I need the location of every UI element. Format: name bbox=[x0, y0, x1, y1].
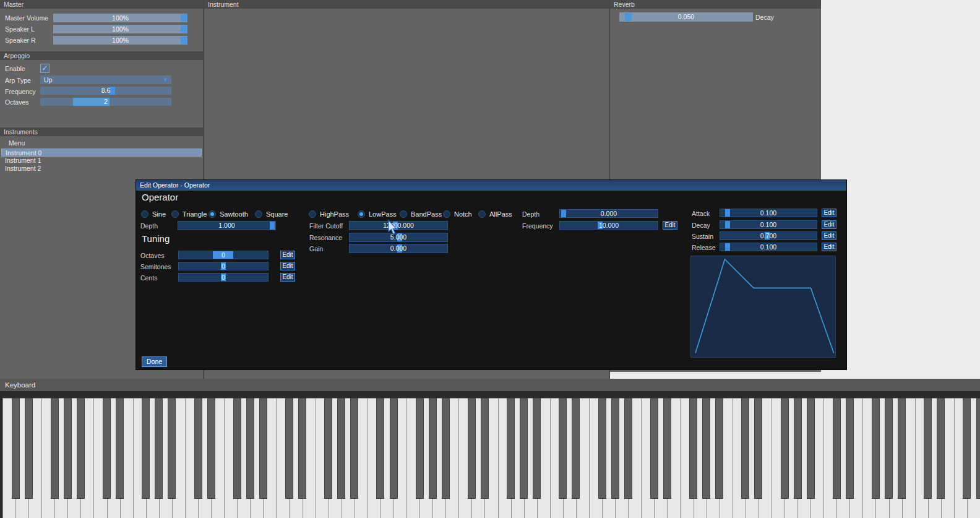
arp-octaves-slider[interactable]: 2 bbox=[40, 98, 171, 106]
black-key[interactable] bbox=[624, 398, 632, 499]
sustain-slider[interactable]: 0.700 bbox=[720, 231, 817, 240]
black-key[interactable] bbox=[194, 398, 202, 499]
sustain-edit-button[interactable]: Edit bbox=[822, 231, 836, 240]
black-key[interactable] bbox=[807, 398, 815, 499]
radio-waveform-sawtooth[interactable]: Sawtooth bbox=[208, 210, 248, 218]
instrument-list-item[interactable]: Instrument 1 bbox=[1, 157, 202, 165]
black-key[interactable] bbox=[429, 398, 437, 499]
black-key[interactable] bbox=[468, 398, 476, 499]
radio-filter-allpass[interactable]: AllPass bbox=[478, 210, 512, 218]
operator-depth-slider[interactable]: 1.000 bbox=[178, 221, 276, 230]
instrument-list-item[interactable]: Instrument 0 bbox=[1, 149, 202, 157]
black-key[interactable] bbox=[898, 398, 906, 499]
decay-edit-button[interactable]: Edit bbox=[822, 220, 836, 229]
black-key[interactable] bbox=[976, 398, 980, 499]
tuning-semitones-edit-button[interactable]: Edit bbox=[280, 262, 295, 270]
reverb-decay-slider[interactable]: 0.050 bbox=[619, 12, 753, 22]
attack-slider[interactable]: 0.100 bbox=[720, 209, 817, 217]
black-key[interactable] bbox=[207, 398, 215, 499]
black-key[interactable] bbox=[12, 398, 20, 499]
radio-waveform-triangle[interactable]: Triangle bbox=[171, 210, 207, 218]
black-key[interactable] bbox=[741, 398, 749, 499]
release-slider[interactable]: 0.100 bbox=[720, 243, 817, 251]
dialog-title-bar[interactable]: Edit Operator - Operator bbox=[136, 180, 846, 191]
black-key[interactable] bbox=[663, 398, 671, 499]
black-key[interactable] bbox=[833, 398, 841, 499]
radio-filter-lowpass[interactable]: LowPass bbox=[358, 210, 397, 218]
arp-frequency-slider[interactable]: 8.6 bbox=[40, 87, 171, 95]
attack-edit-button[interactable]: Edit bbox=[822, 209, 836, 217]
tuning-octaves-slider[interactable]: 0 bbox=[178, 251, 269, 259]
black-key[interactable] bbox=[559, 398, 567, 499]
lfo-frequency-edit-button[interactable]: Edit bbox=[663, 221, 677, 230]
radio-waveform-square[interactable]: Square bbox=[255, 210, 288, 218]
radio-filter-highpass[interactable]: HighPass bbox=[309, 210, 349, 218]
black-key[interactable] bbox=[103, 398, 111, 499]
gain-slider[interactable]: 0.000 bbox=[349, 244, 448, 253]
black-key[interactable] bbox=[572, 398, 580, 499]
black-key[interactable] bbox=[872, 398, 880, 499]
black-key[interactable] bbox=[520, 398, 528, 499]
radio-waveform-sine[interactable]: Sine bbox=[141, 210, 166, 218]
black-key[interactable] bbox=[298, 398, 306, 499]
black-key[interactable] bbox=[64, 398, 72, 499]
radio-filter-bandpass[interactable]: BandPass bbox=[400, 210, 442, 218]
black-key[interactable] bbox=[246, 398, 254, 499]
tuning-cents-slider[interactable]: 0 bbox=[178, 273, 269, 282]
black-key[interactable] bbox=[350, 398, 358, 499]
black-key[interactable] bbox=[337, 398, 345, 499]
black-key[interactable] bbox=[233, 398, 241, 499]
black-key[interactable] bbox=[259, 398, 267, 499]
black-key[interactable] bbox=[754, 398, 762, 499]
tuning-cents-edit-button[interactable]: Edit bbox=[280, 273, 295, 282]
black-key[interactable] bbox=[846, 398, 854, 499]
speaker-l-slider[interactable]: 100% bbox=[53, 25, 187, 33]
black-key[interactable] bbox=[155, 398, 163, 499]
instrument-list-item[interactable]: Instrument 2 bbox=[1, 165, 202, 173]
black-key[interactable] bbox=[507, 398, 515, 499]
black-key[interactable] bbox=[611, 398, 619, 499]
black-key[interactable] bbox=[781, 398, 789, 499]
radio-label: AllPass bbox=[489, 210, 512, 218]
reverb-decay-label: Decay bbox=[755, 13, 774, 22]
resonance-slider[interactable]: 5.000 bbox=[349, 233, 448, 242]
black-key[interactable] bbox=[324, 398, 332, 499]
black-key[interactable] bbox=[25, 398, 33, 499]
lfo-frequency-slider[interactable]: 10.000 bbox=[559, 221, 658, 230]
enable-checkbox[interactable]: ✓ bbox=[40, 64, 49, 73]
black-key[interactable] bbox=[390, 398, 398, 499]
black-key[interactable] bbox=[168, 398, 176, 499]
black-key[interactable] bbox=[142, 398, 150, 499]
black-key[interactable] bbox=[924, 398, 932, 499]
black-key[interactable] bbox=[533, 398, 541, 499]
radio-filter-notch[interactable]: Notch bbox=[443, 210, 472, 218]
decay-slider[interactable]: 0.100 bbox=[720, 220, 817, 229]
black-key[interactable] bbox=[963, 398, 971, 499]
arp-type-dropdown[interactable]: Up ▼ bbox=[40, 76, 171, 84]
tuning-semitones-slider[interactable]: 0 bbox=[178, 262, 269, 270]
black-key[interactable] bbox=[442, 398, 450, 499]
done-button[interactable]: Done bbox=[142, 356, 167, 367]
black-key[interactable] bbox=[51, 398, 59, 499]
black-key[interactable] bbox=[376, 398, 384, 499]
black-key[interactable] bbox=[116, 398, 124, 499]
black-key[interactable] bbox=[794, 398, 802, 499]
tuning-octaves-edit-button[interactable]: Edit bbox=[280, 251, 295, 259]
black-key[interactable] bbox=[77, 398, 85, 499]
speaker-r-slider[interactable]: 100% bbox=[53, 36, 187, 45]
lfo-depth-slider[interactable]: 0.000 bbox=[559, 209, 658, 218]
black-key[interactable] bbox=[937, 398, 945, 499]
black-key[interactable] bbox=[598, 398, 606, 499]
black-key[interactable] bbox=[481, 398, 489, 499]
master-volume-slider[interactable]: 100% bbox=[53, 14, 187, 22]
black-key[interactable] bbox=[702, 398, 710, 499]
black-key[interactable] bbox=[715, 398, 723, 499]
black-key[interactable] bbox=[285, 398, 293, 499]
release-edit-button[interactable]: Edit bbox=[822, 243, 836, 251]
filter-cutoff-slider[interactable]: 12000.000 bbox=[349, 221, 448, 230]
black-key[interactable] bbox=[416, 398, 424, 499]
black-key[interactable] bbox=[650, 398, 658, 499]
black-key[interactable] bbox=[689, 398, 697, 499]
black-key[interactable] bbox=[885, 398, 893, 499]
instruments-menu-button[interactable]: Menu bbox=[9, 139, 25, 147]
